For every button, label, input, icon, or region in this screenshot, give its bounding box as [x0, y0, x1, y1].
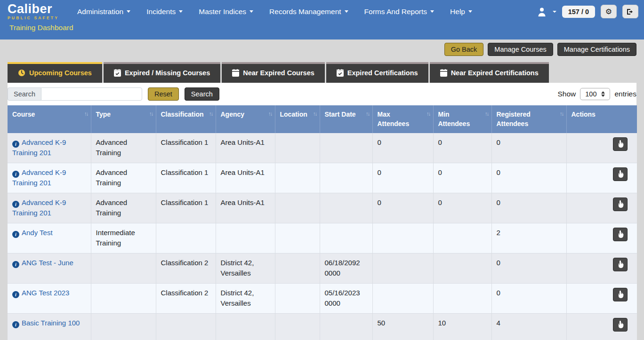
- tab-label: Upcoming Courses: [29, 69, 92, 77]
- menu-forms-and-reports[interactable]: Forms And Reports: [364, 8, 435, 16]
- max-attendees-cell: 50: [372, 313, 433, 340]
- column-label: Course: [12, 111, 35, 118]
- agency-cell: Area Units-A1: [216, 163, 275, 193]
- info-icon[interactable]: i: [12, 291, 19, 298]
- start-date-cell: [320, 163, 372, 193]
- table-row: iAdvanced K-9 Training 201 Advanced Trai…: [8, 133, 637, 163]
- agency-cell: District 42, Versailles: [216, 283, 275, 313]
- course-link[interactable]: Advanced K-9 Training 201: [12, 168, 66, 187]
- register-action-button[interactable]: [613, 198, 628, 211]
- min-attendees-cell: [433, 253, 491, 283]
- chevron-down-icon: [179, 10, 183, 13]
- agency-cell: [216, 223, 275, 253]
- calendar-check-icon: [114, 69, 121, 77]
- settings-button[interactable]: ⚙: [601, 5, 617, 18]
- course-cell: iAdvanced K-9 Training 201: [8, 133, 91, 163]
- caliber-logo[interactable]: Caliber PUBLIC SAFETY: [8, 3, 63, 20]
- max-attendees-cell: 0: [372, 163, 433, 193]
- user-icon[interactable]: [537, 7, 547, 17]
- agency-cell: Area Units-A1: [216, 133, 275, 163]
- tab-expired-missing-courses[interactable]: Expired / Missing Courses: [104, 62, 220, 83]
- info-icon[interactable]: i: [12, 231, 19, 238]
- tab-expired-certifications[interactable]: Expired Certifications: [326, 62, 428, 83]
- clock-icon: [18, 69, 25, 77]
- notification-count-badge[interactable]: 157 / 0: [562, 6, 595, 18]
- table-row: iAndy Test Intermediate Training 2: [8, 223, 637, 253]
- info-icon[interactable]: i: [12, 321, 19, 328]
- hand-pointer-icon: [617, 200, 624, 208]
- course-cell: iBasic Training 100: [8, 313, 91, 340]
- show-label: Show: [557, 90, 576, 98]
- tab-label: Near Expired Certifications: [451, 69, 539, 77]
- manage-courses-button[interactable]: Manage Courses: [488, 43, 553, 56]
- tab-upcoming-courses[interactable]: Upcoming Courses: [8, 62, 102, 83]
- hand-pointer-icon: [617, 321, 624, 328]
- register-action-button[interactable]: [613, 288, 628, 301]
- max-attendees-cell: [372, 223, 433, 253]
- course-link[interactable]: ANG Test - June: [22, 259, 73, 267]
- sort-icon: ↑↓: [268, 110, 272, 118]
- column-label: Classification: [161, 111, 204, 118]
- register-action-button[interactable]: [613, 167, 628, 181]
- register-action-button[interactable]: [613, 228, 628, 241]
- main-menu: Administration Incidents Master Indices …: [77, 8, 472, 16]
- course-link[interactable]: Advanced K-9 Training 201: [12, 198, 66, 217]
- go-back-button[interactable]: Go Back: [444, 43, 484, 56]
- column-header-course[interactable]: Course↑↓: [8, 105, 91, 133]
- logout-button[interactable]: [622, 5, 638, 18]
- classification-cell: Classification 1: [156, 133, 216, 163]
- search-input[interactable]: [41, 87, 142, 101]
- user-menu-chevron-icon[interactable]: [553, 11, 556, 13]
- location-cell: [275, 193, 320, 223]
- dashboard-tabs: Upcoming Courses Expired / Missing Cours…: [8, 62, 636, 83]
- column-header-classification[interactable]: Classification↑↓: [156, 105, 216, 133]
- menu-help[interactable]: Help: [450, 8, 472, 16]
- calendar-icon: [440, 69, 447, 77]
- menu-administration[interactable]: Administration: [77, 8, 130, 16]
- courses-table: Course↑↓ Type↑↓ Classification↑↓ Agency↑…: [8, 105, 637, 340]
- column-header-location[interactable]: Location↑↓: [275, 105, 320, 133]
- info-icon[interactable]: i: [12, 171, 19, 178]
- register-action-button[interactable]: [613, 318, 628, 332]
- column-label: Start Date: [325, 111, 356, 118]
- course-link[interactable]: ANG Test 2023: [22, 289, 69, 297]
- reset-button[interactable]: Reset: [148, 87, 179, 101]
- entries-label: entries: [614, 90, 636, 98]
- manage-certifications-button[interactable]: Manage Certifications: [557, 43, 636, 56]
- column-label: Agency: [221, 111, 245, 118]
- menu-incidents[interactable]: Incidents: [146, 8, 183, 16]
- chevron-down-icon: [468, 10, 472, 13]
- column-header-type[interactable]: Type↑↓: [91, 105, 156, 133]
- table-header-row: Course↑↓ Type↑↓ Classification↑↓ Agency↑…: [8, 105, 637, 133]
- registered-attendees-cell: 0: [491, 253, 566, 283]
- course-link[interactable]: Basic Training 100: [22, 319, 80, 327]
- table-row: iAdvanced K-9 Training 201 Advanced Trai…: [8, 163, 637, 193]
- column-header-actions: Actions: [566, 105, 637, 133]
- menu-records-management[interactable]: Records Management: [269, 8, 348, 16]
- location-cell: [275, 253, 320, 283]
- tab-content-panel: Search Reset Search Show 100 entries: [8, 83, 636, 340]
- max-attendees-cell: 0: [372, 193, 433, 223]
- column-header-max-attendees[interactable]: Max Attendees↑↓: [372, 105, 433, 133]
- menu-master-indices[interactable]: Master Indices: [199, 8, 253, 16]
- info-icon[interactable]: i: [12, 261, 19, 268]
- search-button[interactable]: Search: [185, 87, 219, 101]
- calendar-icon: [232, 69, 239, 77]
- tab-near-expired-courses[interactable]: Near Expired Courses: [222, 62, 325, 83]
- course-link[interactable]: Advanced K-9 Training 201: [12, 138, 66, 157]
- course-link[interactable]: Andy Test: [22, 229, 53, 237]
- start-date-cell: 06/18/2092 0000: [320, 253, 372, 283]
- column-header-start-date[interactable]: Start Date↑↓: [320, 105, 372, 133]
- info-icon[interactable]: i: [12, 141, 19, 148]
- column-header-registered-attendees[interactable]: Registered Attendees↑↓: [491, 105, 566, 133]
- info-icon[interactable]: i: [12, 201, 19, 208]
- page-size-select[interactable]: 100: [580, 88, 610, 100]
- tab-near-expired-certifications[interactable]: Near Expired Certifications: [430, 62, 549, 83]
- classification-cell: Classification 2: [156, 253, 216, 283]
- column-header-min-attendees[interactable]: Min Attendees↑↓: [433, 105, 491, 133]
- column-header-agency[interactable]: Agency↑↓: [216, 105, 275, 133]
- register-action-button[interactable]: [613, 137, 628, 151]
- gear-icon: ⚙: [605, 7, 612, 16]
- registered-attendees-cell: 0: [491, 193, 566, 223]
- register-action-button[interactable]: [613, 258, 628, 271]
